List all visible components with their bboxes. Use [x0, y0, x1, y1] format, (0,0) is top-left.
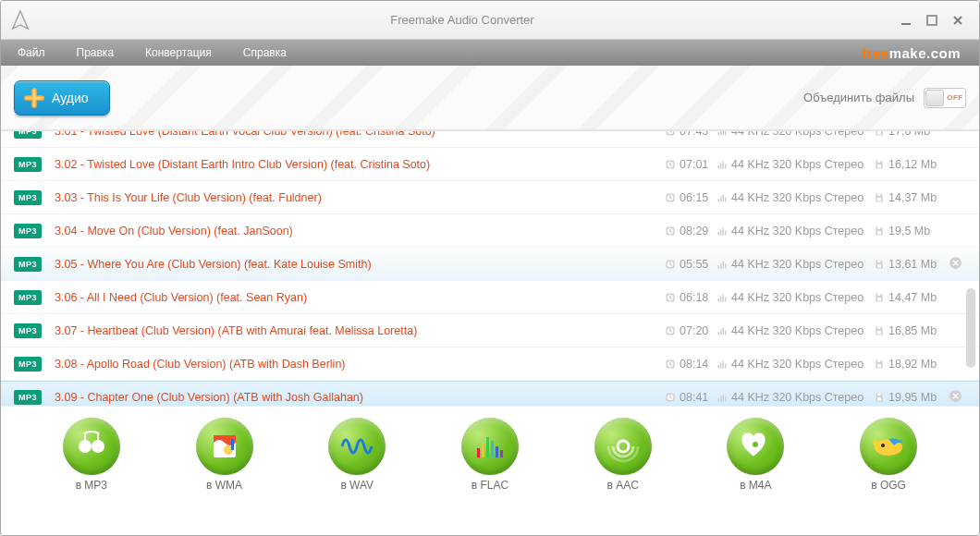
svg-rect-49 [877, 293, 881, 296]
clock-icon [665, 192, 676, 203]
svg-rect-66 [877, 364, 881, 368]
format-mp3-button[interactable]: в MP3 [63, 418, 120, 492]
disk-icon [874, 225, 885, 237]
track-quality: 44 KHz 320 Kbps Стерео [717, 130, 874, 138]
bars-icon [717, 325, 728, 336]
svg-rect-25 [877, 198, 881, 201]
svg-rect-36 [718, 265, 720, 269]
format-badge-icon: MP3 [14, 357, 42, 372]
maximize-button[interactable] [925, 14, 938, 27]
track-quality: 44 KHz 320 Kbps Стерео [717, 225, 874, 238]
track-quality: 44 KHz 320 Kbps Стерео [717, 358, 874, 371]
track-quality: 44 KHz 320 Kbps Стерео [717, 291, 874, 304]
svg-rect-30 [723, 227, 725, 235]
disk-icon [874, 392, 885, 403]
track-title: 3.05 - Where You Are (Club Version) (fea… [55, 258, 665, 271]
svg-rect-9 [877, 131, 881, 135]
actionbar: Аудио Объединить файлы OFF [1, 66, 979, 130]
mp3-icon [63, 418, 120, 475]
app-logo-icon [1, 1, 40, 40]
track-duration: 06:18 [665, 291, 717, 304]
disk-icon [874, 159, 885, 170]
svg-rect-47 [723, 294, 725, 301]
track-quality: 44 KHz 320 Kbps Стерео [717, 191, 874, 204]
track-title: 3.06 - All I Need (Club Version) (feat. … [55, 291, 665, 304]
track-title: 3.08 - Apollo Road (Club Version) (ATB w… [55, 358, 665, 371]
svg-rect-70 [720, 396, 722, 402]
svg-rect-37 [720, 262, 722, 268]
remove-track-button[interactable] [946, 256, 964, 273]
format-bar: в MP3в WMAв WAVв FLACв AACв M4Aв OGG [1, 406, 979, 496]
svg-rect-71 [723, 395, 725, 402]
svg-rect-15 [725, 164, 727, 168]
plus-icon [24, 88, 44, 108]
remove-track-button[interactable] [946, 389, 964, 406]
svg-rect-55 [723, 327, 725, 335]
format-aac-button[interactable]: в AAC [594, 418, 652, 492]
svg-rect-6 [723, 130, 725, 135]
clock-icon [665, 292, 676, 303]
track-row[interactable]: MP33.02 - Twisted Love (Distant Earth In… [1, 148, 979, 181]
svg-rect-69 [718, 398, 720, 402]
clock-icon [665, 359, 676, 370]
track-size: 19,95 Mb [874, 391, 946, 404]
menu-convert[interactable]: Конвертация [145, 43, 228, 63]
scrollbar[interactable] [964, 131, 977, 406]
format-m4a-button[interactable]: в M4A [727, 418, 784, 492]
format-badge-icon: MP3 [14, 290, 42, 305]
menu-edit[interactable]: Правка [77, 43, 131, 63]
svg-rect-24 [877, 193, 881, 196]
clock-icon [665, 225, 676, 237]
track-duration: 07:20 [665, 324, 717, 337]
format-ogg-button[interactable]: в OGG [860, 418, 917, 492]
track-title: 3.04 - Move On (Club Version) (feat. Jan… [55, 225, 665, 238]
svg-rect-45 [718, 298, 720, 302]
svg-rect-0 [901, 23, 911, 25]
format-badge-icon: MP3 [14, 224, 42, 238]
wma-icon [196, 418, 253, 475]
svg-rect-61 [718, 365, 720, 369]
svg-rect-22 [723, 194, 725, 201]
svg-rect-28 [718, 232, 720, 236]
svg-rect-72 [725, 397, 727, 402]
add-audio-button[interactable]: Аудио [14, 80, 110, 116]
track-title: 3.03 - This Is Your Life (Club Version) … [55, 191, 665, 204]
minimize-button[interactable] [900, 14, 913, 27]
track-row[interactable]: MP33.09 - Chapter One (Club Version) (AT… [1, 381, 979, 406]
format-flac-button[interactable]: в FLAC [461, 418, 519, 492]
track-duration: 08:14 [665, 358, 717, 371]
bars-icon [717, 225, 728, 237]
format-wav-button[interactable]: в WAV [328, 418, 386, 492]
track-row[interactable]: MP33.05 - Where You Are (Club Version) (… [1, 248, 979, 281]
track-duration: 07:43 [665, 130, 717, 138]
track-row[interactable]: MP33.04 - Move On (Club Version) (feat. … [1, 214, 979, 248]
svg-rect-13 [720, 163, 722, 168]
track-row[interactable]: MP33.01 - Twisted Love (Distant Earth Vo… [1, 130, 979, 148]
svg-rect-33 [877, 231, 881, 235]
track-duration: 05:55 [665, 258, 717, 271]
m4a-icon [727, 418, 784, 475]
track-row[interactable]: MP33.03 - This Is Your Life (Club Versio… [1, 181, 979, 214]
track-row[interactable]: MP33.07 - Heartbeat (Club Version) (ATB … [1, 314, 979, 347]
menu-file[interactable]: Файл [18, 43, 62, 63]
track-row[interactable]: MP33.06 - All I Need (Club Version) (fea… [1, 281, 979, 314]
svg-rect-50 [877, 298, 881, 301]
svg-rect-58 [877, 331, 881, 335]
merge-files-toggle[interactable]: OFF [924, 88, 966, 108]
track-row[interactable]: MP33.08 - Apollo Road (Club Version) (AT… [1, 347, 979, 381]
brand-link[interactable]: freemake.com [862, 45, 961, 61]
bars-icon [717, 159, 728, 170]
window-title: Freemake Audio Converter [390, 13, 533, 27]
track-size: 19,5 Mb [874, 225, 946, 238]
svg-rect-5 [720, 130, 722, 135]
svg-rect-21 [720, 196, 722, 201]
clock-icon [665, 259, 676, 270]
track-size: 16,85 Mb [874, 324, 946, 337]
menu-help[interactable]: Справка [243, 43, 303, 63]
format-label: в OGG [871, 479, 906, 492]
close-button[interactable] [951, 14, 964, 27]
format-wma-button[interactable]: в WMA [196, 418, 253, 492]
add-audio-label: Аудио [52, 91, 89, 105]
scrollbar-thumb[interactable] [966, 288, 975, 368]
track-duration: 08:29 [665, 225, 717, 238]
